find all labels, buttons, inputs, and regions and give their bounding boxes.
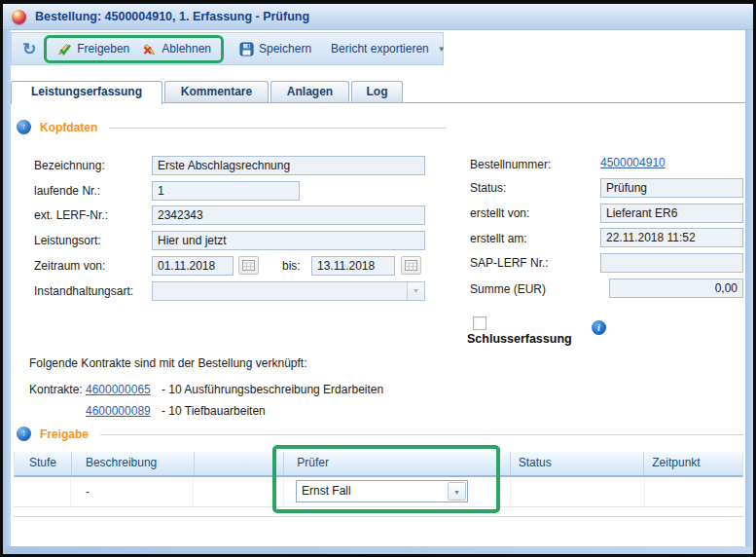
window-title: Bestellung: 4500004910, 1. Erfassung - P…	[35, 10, 309, 23]
ext-lerf-nr-input[interactable]	[152, 205, 425, 225]
kopfdaten-collapse-icon[interactable]: ↑	[17, 120, 31, 134]
ablehnen-button[interactable]: Ablehnen	[135, 40, 217, 58]
window-frame-left	[3, 30, 11, 554]
kontrakt-description: - 10 Tiefbauarbeiten	[162, 404, 266, 418]
kontrakte-label: Kontrakte:	[29, 383, 83, 396]
kopfdaten-section-title: Kopfdaten	[40, 121, 97, 134]
calendar-icon[interactable]	[238, 256, 259, 275]
zeitraum-von-input[interactable]	[152, 256, 234, 276]
kontrakt-link[interactable]: 4600000065	[86, 383, 151, 396]
titlebar: Bestellung: 4500004910, 1. Erfassung - P…	[3, 4, 753, 30]
cell-stufe	[14, 477, 71, 506]
sap-lerf-nr-label: SAP-LERF Nr.:	[470, 256, 549, 270]
leistungsort-input[interactable]	[152, 231, 425, 250]
freigabe-collapse-icon[interactable]: ↑	[17, 427, 31, 441]
tab-kommentare[interactable]: Kommentare	[164, 81, 269, 102]
summe-eur-label: Summe (EUR)	[470, 282, 546, 296]
bericht-exportieren-button[interactable]: Bericht exportieren ▼	[325, 40, 451, 57]
pruefer-combobox[interactable]: Ernst Fall ▼	[296, 480, 468, 502]
application-window: Bestellung: 4500004910, 1. Erfassung - P…	[0, 0, 756, 557]
schlusserfassung-checkbox[interactable]	[473, 316, 486, 330]
erstellt-von-label: erstellt von:	[470, 206, 529, 220]
speichern-label: Speichern	[259, 42, 311, 56]
highlight-annotation-toolbar: Freigeben Ablehnen	[44, 35, 224, 63]
info-icon[interactable]: i	[592, 320, 606, 335]
status-input[interactable]	[600, 178, 743, 198]
speichern-button[interactable]: Speichern	[234, 40, 317, 58]
pruefer-selected-value: Ernst Fall	[302, 481, 351, 501]
column-header-empty[interactable]	[195, 452, 285, 475]
kopfdaten-section-line	[109, 128, 446, 129]
toolbar: ↻ Freigeben Ablehnen	[11, 32, 444, 65]
column-header-stufe[interactable]: Stufe	[15, 452, 72, 475]
kontrakte-intro: Folgende Kontrakte sind mit der Bestellu…	[29, 356, 307, 370]
kontrakt-description: - 10 Ausführungsbeschreibung Erdarbeiten	[162, 383, 383, 396]
cell-empty	[194, 477, 284, 506]
app-icon	[12, 10, 26, 24]
freigeben-button[interactable]: Freigeben	[51, 40, 135, 58]
column-header-status[interactable]: Status	[511, 452, 645, 475]
zeitraum-bis-input[interactable]	[311, 256, 395, 276]
freigabe-table: Stufe Beschreibung Prüfer Status Zeitpun…	[14, 452, 743, 517]
erstellt-am-input[interactable]	[600, 228, 743, 247]
approve-pencil-check-icon	[56, 42, 72, 56]
chevron-down-icon: ▼	[407, 282, 424, 300]
refresh-icon: ↻	[22, 41, 36, 57]
bis-label: bis:	[282, 259, 301, 273]
bezeichnung-input[interactable]	[152, 156, 425, 175]
refresh-button[interactable]: ↻	[17, 39, 42, 59]
erstellt-am-label: erstellt am:	[470, 232, 527, 245]
bestellnummer-link[interactable]: 4500004910	[600, 156, 666, 169]
chevron-down-icon: ▼	[448, 482, 466, 501]
bericht-exportieren-label: Bericht exportieren	[331, 42, 429, 56]
laufende-nr-input[interactable]	[152, 181, 300, 201]
window-frame-bottom	[3, 546, 753, 554]
column-header-pruefer[interactable]: Prüfer	[284, 452, 510, 475]
reject-pencil-cross-icon	[141, 42, 157, 56]
freigeben-label: Freigeben	[77, 42, 129, 56]
sap-lerf-nr-input[interactable]	[600, 253, 743, 273]
table-header-row: Stufe Beschreibung Prüfer Status Zeitpun…	[14, 452, 743, 477]
leistungsort-label: Leistungsort:	[34, 234, 101, 247]
tabstrip: Leistungserfassung Kommentare Anlagen Lo…	[11, 81, 745, 103]
instandhaltungsart-label: Instandhaltungsart:	[34, 284, 133, 298]
kontrakt-link[interactable]: 4600000089	[86, 404, 151, 418]
status-label: Status:	[470, 181, 506, 195]
laufende-nr-label: laufende Nr.:	[34, 184, 100, 198]
cell-beschreibung: -	[71, 477, 194, 506]
bestellnummer-label: Bestellnummer:	[470, 158, 551, 171]
column-header-beschreibung[interactable]: Beschreibung	[72, 452, 195, 475]
erstellt-von-input[interactable]	[600, 204, 743, 223]
tab-anlagen[interactable]: Anlagen	[270, 81, 349, 102]
freigabe-section-title: Freigabe	[40, 427, 89, 441]
summe-eur-input[interactable]	[609, 278, 743, 298]
calendar-icon[interactable]	[401, 256, 421, 275]
cell-zeitpunkt	[645, 477, 743, 506]
window-border-left	[0, 0, 3, 557]
bezeichnung-label: Bezeichnung:	[34, 159, 105, 172]
column-header-zeitpunkt[interactable]: Zeitpunkt	[644, 452, 742, 475]
chevron-down-icon: ▼	[438, 45, 446, 54]
tab-leistungserfassung[interactable]: Leistungserfassung	[11, 81, 162, 104]
instandhaltungsart-combobox[interactable]: ▼	[152, 281, 425, 301]
schlusserfassung-label: Schlusserfassung	[467, 332, 572, 346]
up-arrow-icon: ↑	[21, 121, 26, 131]
cell-status	[511, 477, 645, 506]
ablehnen-label: Ablehnen	[162, 42, 211, 56]
freigabe-section-line	[100, 434, 743, 435]
window-frame-right	[745, 30, 753, 554]
zeitraum-von-label: Zeitraum von:	[34, 259, 105, 273]
tab-log[interactable]: Log	[351, 81, 403, 102]
save-floppy-icon	[239, 42, 254, 56]
up-arrow-icon: ↑	[21, 427, 26, 438]
window-border-top	[0, 0, 756, 4]
ext-lerf-nr-label: ext. LERF-Nr.:	[34, 208, 108, 222]
